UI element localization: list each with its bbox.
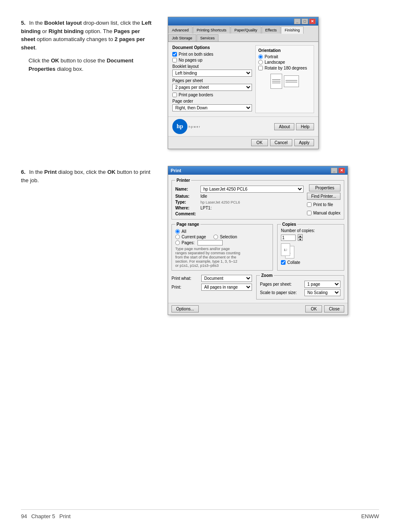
- print-titlebar: Print _ ✕: [168, 166, 348, 175]
- tab-job-storage[interactable]: Job Storage: [168, 34, 196, 41]
- print-page-borders-label: Print page borders: [179, 93, 213, 97]
- print-main-grid: Page range All Current page Selection: [171, 222, 344, 271]
- booklet-layout-label: Booklet layout: [172, 64, 252, 69]
- print-dialog: Print _ ✕ Printer Name: hp La: [168, 166, 348, 315]
- print-to-file-checkbox[interactable]: [307, 202, 312, 207]
- type-label: Type:: [175, 200, 200, 204]
- pages-per-sheet-select[interactable]: 2 pages per sheet: [172, 84, 252, 91]
- pages-hint-text: Type page numbers and/or page ranges sep…: [175, 247, 269, 268]
- printer-name-select[interactable]: hp LaserJet 4250 PCL6: [200, 186, 304, 193]
- rotate-checkbox[interactable]: [258, 66, 263, 70]
- copies-section: Copies Number of copies: ▲ ▼: [277, 222, 344, 271]
- step-5-number: 5.: [21, 20, 26, 26]
- collate-checkbox[interactable]: [281, 260, 286, 265]
- print-minimize-button[interactable]: _: [331, 168, 338, 173]
- step-5-text: 5. In the Booklet layout drop-down list,…: [21, 17, 155, 73]
- rotate-label: Rotate by 180 degrees: [265, 66, 307, 70]
- print-select[interactable]: All pages in range: [201, 284, 252, 291]
- print-what-select[interactable]: Document: [201, 275, 252, 282]
- print-close-button[interactable]: ✕: [338, 168, 345, 173]
- num-copies-label: Number of copies:: [281, 228, 340, 233]
- step-6-number: 6.: [21, 169, 26, 175]
- printer-name-area: Name: hp LaserJet 4250 PCL6 Status: Idle: [175, 184, 304, 217]
- print-ok-button[interactable]: OK: [305, 305, 322, 312]
- status-row: Status: Idle: [175, 194, 304, 199]
- tab-bar: Advanced Printing Shortcuts Paper/Qualit…: [168, 26, 318, 42]
- minimize-button[interactable]: _: [294, 18, 301, 24]
- tab-finishing[interactable]: Finishing: [281, 26, 304, 34]
- page-number: 94: [21, 513, 27, 519]
- properties-button[interactable]: Properties: [309, 184, 340, 191]
- landscape-radio[interactable]: [258, 60, 263, 65]
- tab-paper-quality[interactable]: Paper/Quality: [231, 26, 261, 34]
- doc-props-cancel-button[interactable]: Cancel: [270, 139, 292, 146]
- help-button[interactable]: Help: [296, 123, 314, 130]
- print-dialog-body: Printer Name: hp LaserJet 4250 PCL6 Stat…: [168, 175, 348, 303]
- booklet-layout-select[interactable]: Left binding: [172, 70, 252, 77]
- footer-left: 94 Chapter 5 Print: [21, 513, 70, 519]
- doc-props-dialog: _ □ ✕ Advanced Printing Shortcuts Paper/…: [168, 17, 319, 149]
- print-close-button[interactable]: Close: [324, 305, 344, 312]
- printer-name-field-row: Name: hp LaserJet 4250 PCL6: [175, 186, 304, 193]
- rotate-row: Rotate by 180 degrees: [258, 66, 311, 70]
- page-order-select[interactable]: Right, then Down: [172, 104, 252, 111]
- print-titlebar-controls: _ ✕: [331, 168, 345, 173]
- pages-per-sheet-row: Pages per sheet 2 pages per sheet: [172, 78, 252, 91]
- print-page-borders-row: Print page borders: [172, 93, 252, 97]
- collate-preview-area: 1 2 1: [281, 243, 340, 258]
- doc-props-footer: OK Cancel Apply: [168, 136, 318, 149]
- zoom-pages-label: Pages per sheet:: [260, 282, 302, 287]
- printer-section: Printer Name: hp LaserJet 4250 PCL6 Stat…: [171, 178, 344, 220]
- print-both-sides-checkbox[interactable]: [172, 52, 177, 57]
- pages-radio[interactable]: [175, 240, 180, 245]
- close-button[interactable]: ✕: [309, 18, 316, 24]
- page-order-label: Page order: [172, 99, 252, 103]
- pages-per-sheet-label: Pages per sheet: [172, 78, 252, 83]
- document-options-label: Document Options: [172, 45, 252, 50]
- step-6-text: 6. In the Print dialog box, click the OK…: [21, 166, 155, 184]
- tab-advanced[interactable]: Advanced: [168, 26, 192, 34]
- selection-radio[interactable]: [213, 235, 218, 239]
- zoom-pages-select[interactable]: 1 page: [304, 281, 340, 288]
- printer-name-row: Name: hp LaserJet 4250 PCL6 Status: Idle: [175, 184, 340, 217]
- selection-label: Selection: [220, 235, 237, 239]
- landscape-label: Landscape: [265, 60, 285, 65]
- tab-effects[interactable]: Effects: [262, 26, 281, 34]
- scale-select[interactable]: No Scaling: [304, 289, 340, 296]
- pages-label: Pages:: [182, 240, 195, 245]
- maximize-button[interactable]: □: [301, 18, 308, 24]
- tab-services[interactable]: Services: [197, 34, 219, 41]
- step-5-body: 5. In the Booklet layout drop-down list,…: [21, 19, 155, 52]
- all-radio[interactable]: [175, 229, 180, 234]
- pages-input[interactable]: [197, 240, 223, 245]
- pages-row: Pages:: [175, 240, 269, 245]
- doc-props-left: Document Options Print on both sides No …: [172, 45, 252, 113]
- print-to-file-row: Print to file: [307, 202, 340, 207]
- doc-props-right-btns: About Help: [274, 123, 314, 130]
- manual-duplex-checkbox[interactable]: [307, 211, 312, 215]
- tab-printing-shortcuts[interactable]: Printing Shortcuts: [193, 26, 230, 34]
- page-range-legend: Page range: [175, 222, 200, 227]
- options-button[interactable]: Options...: [171, 305, 199, 312]
- about-button[interactable]: About: [274, 123, 294, 130]
- doc-props-ok-button[interactable]: OK: [251, 139, 268, 146]
- doc-props-lower: hp h p w e r About Help: [168, 116, 318, 136]
- page-order-row: Page order Right, then Down: [172, 99, 252, 111]
- booklet-layout-row: Booklet layout Left binding: [172, 64, 252, 77]
- copies-up-button[interactable]: ▲: [298, 234, 303, 238]
- copies-down-button[interactable]: ▼: [298, 238, 303, 241]
- all-label: All: [182, 229, 186, 234]
- no-pages-up-checkbox[interactable]: [172, 58, 177, 62]
- print-page-borders-checkbox[interactable]: [172, 93, 177, 97]
- current-page-radio[interactable]: [175, 235, 180, 239]
- type-row: Type: hp LaserJet 4250 PCL6: [175, 200, 304, 204]
- portrait-radio[interactable]: [258, 54, 263, 59]
- current-page-row: Current page Selection: [175, 235, 269, 239]
- copies-input[interactable]: [281, 235, 296, 241]
- print-bottom-area: Print what: Document Print: All pages in…: [171, 273, 344, 300]
- name-label: Name:: [175, 187, 200, 191]
- print-label: Print:: [171, 285, 199, 289]
- doc-props-apply-button[interactable]: Apply: [294, 139, 314, 146]
- find-printer-button[interactable]: Find Printer...: [307, 193, 340, 200]
- orientation-section: Orientation Portrait Landscape Rotate by…: [255, 45, 314, 113]
